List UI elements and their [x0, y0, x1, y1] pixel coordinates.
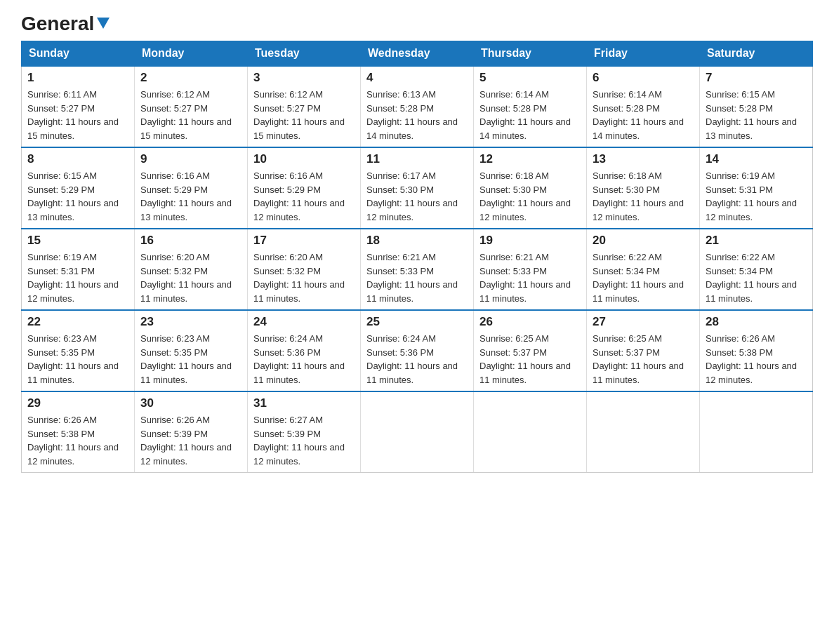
sunset-label: Sunset:	[706, 103, 739, 114]
header-tuesday: Tuesday	[248, 41, 361, 67]
page-header: General	[21, 14, 813, 34]
day-number: 17	[253, 234, 355, 248]
svg-marker-0	[97, 18, 110, 29]
sunset-value: 5:39 PM	[174, 429, 208, 439]
day-number: 19	[479, 234, 581, 248]
sunrise-value: 6:12 AM	[176, 89, 210, 100]
calendar-cell: 21 Sunrise: 6:22 AM Sunset: 5:34 PM Dayl…	[700, 229, 813, 310]
daylight-label: Daylight: 11 hours and 12 minutes.	[27, 279, 119, 304]
sunrise-value: 6:14 AM	[628, 89, 662, 100]
sunset-label: Sunset:	[366, 185, 400, 195]
sunset-label: Sunset:	[593, 266, 626, 276]
calendar-cell	[361, 391, 474, 473]
day-number: 16	[140, 234, 241, 248]
sunrise-label: Sunrise:	[140, 415, 176, 425]
day-info: Sunrise: 6:22 AM Sunset: 5:34 PM Dayligh…	[593, 250, 694, 305]
calendar-cell: 1 Sunrise: 6:11 AM Sunset: 5:27 PM Dayli…	[22, 66, 135, 147]
sunset-value: 5:31 PM	[739, 185, 773, 195]
sunrise-label: Sunrise:	[366, 89, 402, 100]
calendar-cell	[700, 391, 813, 473]
daylight-label: Daylight: 11 hours and 11 minutes.	[706, 279, 797, 304]
sunrise-label: Sunrise:	[366, 333, 402, 344]
calendar-cell: 31 Sunrise: 6:27 AM Sunset: 5:39 PM Dayl…	[248, 391, 361, 473]
sunset-value: 5:34 PM	[626, 266, 660, 276]
daylight-label: Daylight: 11 hours and 11 minutes.	[140, 279, 232, 304]
day-number: 18	[366, 234, 468, 248]
day-info: Sunrise: 6:18 AM Sunset: 5:30 PM Dayligh…	[479, 169, 581, 224]
sunrise-label: Sunrise:	[253, 333, 289, 344]
sunset-label: Sunset:	[706, 185, 739, 195]
day-info: Sunrise: 6:25 AM Sunset: 5:37 PM Dayligh…	[479, 332, 581, 387]
sunset-value: 5:36 PM	[400, 347, 434, 358]
sunset-value: 5:28 PM	[739, 103, 773, 114]
day-number: 8	[27, 152, 128, 166]
sunrise-label: Sunrise:	[27, 333, 63, 344]
sunset-value: 5:28 PM	[513, 103, 547, 114]
sunset-label: Sunset:	[479, 103, 513, 114]
sunrise-value: 6:20 AM	[176, 252, 210, 262]
sunset-value: 5:28 PM	[626, 103, 660, 114]
calendar-cell: 24 Sunrise: 6:24 AM Sunset: 5:36 PM Dayl…	[248, 310, 361, 391]
sunrise-value: 6:12 AM	[289, 89, 323, 100]
calendar-cell: 14 Sunrise: 6:19 AM Sunset: 5:31 PM Dayl…	[700, 147, 813, 229]
sunrise-value: 6:26 AM	[741, 333, 775, 344]
sunset-label: Sunset:	[140, 103, 174, 114]
header-monday: Monday	[135, 41, 248, 67]
sunrise-value: 6:20 AM	[289, 252, 323, 262]
sunset-value: 5:32 PM	[174, 266, 208, 276]
daylight-label: Daylight: 11 hours and 12 minutes.	[706, 361, 797, 385]
daylight-label: Daylight: 11 hours and 12 minutes.	[27, 442, 119, 467]
calendar-cell: 23 Sunrise: 6:23 AM Sunset: 5:35 PM Dayl…	[135, 310, 248, 391]
daylight-label: Daylight: 11 hours and 12 minutes.	[706, 198, 797, 222]
sunrise-value: 6:23 AM	[176, 333, 210, 344]
sunrise-label: Sunrise:	[479, 170, 515, 181]
day-number: 3	[253, 71, 355, 85]
sunset-value: 5:27 PM	[174, 103, 208, 114]
calendar-table: SundayMondayTuesdayWednesdayThursdayFrid…	[21, 41, 813, 473]
calendar-cell: 13 Sunrise: 6:18 AM Sunset: 5:30 PM Dayl…	[587, 147, 700, 229]
sunrise-value: 6:15 AM	[63, 170, 97, 181]
day-number: 9	[140, 152, 241, 166]
calendar-cell: 5 Sunrise: 6:14 AM Sunset: 5:28 PM Dayli…	[474, 66, 587, 147]
sunset-value: 5:30 PM	[626, 185, 660, 195]
calendar-header-row: SundayMondayTuesdayWednesdayThursdayFrid…	[22, 41, 813, 67]
day-info: Sunrise: 6:12 AM Sunset: 5:27 PM Dayligh…	[253, 88, 355, 142]
calendar-cell: 15 Sunrise: 6:19 AM Sunset: 5:31 PM Dayl…	[22, 229, 135, 310]
sunrise-label: Sunrise:	[253, 170, 289, 181]
calendar-week-row: 29 Sunrise: 6:26 AM Sunset: 5:38 PM Dayl…	[22, 391, 813, 473]
sunrise-value: 6:17 AM	[402, 170, 436, 181]
daylight-label: Daylight: 11 hours and 11 minutes.	[366, 279, 458, 304]
calendar-cell: 9 Sunrise: 6:16 AM Sunset: 5:29 PM Dayli…	[135, 147, 248, 229]
sunset-label: Sunset:	[27, 266, 61, 276]
sunrise-value: 6:22 AM	[741, 252, 775, 262]
daylight-label: Daylight: 11 hours and 11 minutes.	[479, 361, 571, 385]
sunset-label: Sunset:	[27, 347, 61, 358]
day-number: 12	[479, 152, 581, 166]
sunrise-value: 6:15 AM	[741, 89, 775, 100]
daylight-label: Daylight: 11 hours and 11 minutes.	[593, 279, 684, 304]
day-info: Sunrise: 6:15 AM Sunset: 5:28 PM Dayligh…	[706, 88, 807, 142]
logo-arrow-icon	[95, 15, 111, 30]
sunset-value: 5:33 PM	[513, 266, 547, 276]
daylight-label: Daylight: 11 hours and 11 minutes.	[366, 361, 458, 385]
calendar-cell: 16 Sunrise: 6:20 AM Sunset: 5:32 PM Dayl…	[135, 229, 248, 310]
day-info: Sunrise: 6:25 AM Sunset: 5:37 PM Dayligh…	[593, 332, 694, 387]
logo: General	[21, 14, 111, 34]
sunset-value: 5:38 PM	[739, 347, 773, 358]
day-info: Sunrise: 6:13 AM Sunset: 5:28 PM Dayligh…	[366, 88, 468, 142]
calendar-cell: 17 Sunrise: 6:20 AM Sunset: 5:32 PM Dayl…	[248, 229, 361, 310]
day-number: 13	[593, 152, 694, 166]
day-number: 14	[706, 152, 807, 166]
day-info: Sunrise: 6:16 AM Sunset: 5:29 PM Dayligh…	[140, 169, 241, 224]
sunset-value: 5:31 PM	[61, 266, 95, 276]
daylight-label: Daylight: 11 hours and 11 minutes.	[479, 279, 571, 304]
sunrise-label: Sunrise:	[706, 170, 741, 181]
daylight-label: Daylight: 11 hours and 12 minutes.	[593, 198, 684, 222]
sunrise-value: 6:16 AM	[289, 170, 323, 181]
day-number: 28	[706, 315, 807, 329]
day-info: Sunrise: 6:22 AM Sunset: 5:34 PM Dayligh…	[706, 250, 807, 305]
day-info: Sunrise: 6:19 AM Sunset: 5:31 PM Dayligh…	[27, 250, 128, 305]
day-number: 22	[27, 315, 128, 329]
sunrise-value: 6:23 AM	[63, 333, 97, 344]
sunset-label: Sunset:	[706, 347, 739, 358]
